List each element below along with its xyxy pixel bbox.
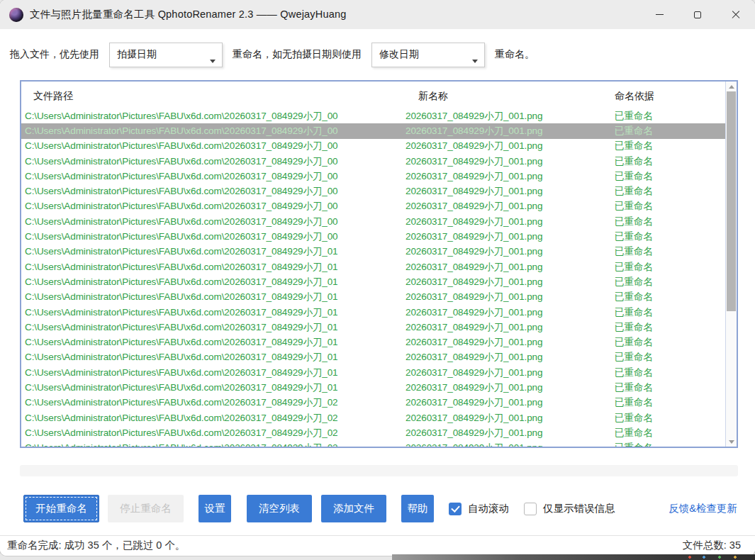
table-row[interactable]: C:\Users\Administrator\Pictures\FABU\x6d… <box>21 410 725 425</box>
help-button[interactable]: 帮助 <box>401 495 434 522</box>
cell-new-name: 20260317_084929小刀_001.png <box>406 200 615 213</box>
cell-status: 已重命名 <box>615 230 725 243</box>
table-row[interactable]: C:\Users\Administrator\Pictures\FABU\x6d… <box>21 259 725 274</box>
chevron-down-icon <box>472 60 478 63</box>
table-row[interactable]: C:\Users\Administrator\Pictures\FABU\x6d… <box>21 139 725 154</box>
primary-date-select-value: 拍摄日期 <box>117 48 157 61</box>
cell-new-name: 20260317_084929小刀_001.png <box>406 125 615 138</box>
cell-new-name: 20260317_084929小刀_001.png <box>406 381 615 394</box>
auto-scroll-label: 自动滚动 <box>468 502 509 515</box>
cell-status: 已重命名 <box>615 170 725 183</box>
cell-file-path: C:\Users\Administrator\Pictures\FABU\x6d… <box>25 155 406 168</box>
table-row[interactable]: C:\Users\Administrator\Pictures\FABU\x6d… <box>21 425 725 440</box>
auto-scroll-checkbox[interactable]: 自动滚动 <box>449 502 509 515</box>
taskbar-sliver <box>392 554 755 560</box>
cell-file-path: C:\Users\Administrator\Pictures\FABU\x6d… <box>25 276 406 289</box>
titlebar: 文件与照片批量重命名工具 QphotoRenamer 2.3 —— Qwejay… <box>0 0 755 29</box>
table-row[interactable]: C:\Users\Administrator\Pictures\FABU\x6d… <box>21 184 725 198</box>
scrollbar-down-icon[interactable] <box>726 437 737 447</box>
settings-button[interactable]: 设置 <box>198 495 231 522</box>
maximize-button[interactable] <box>678 0 717 29</box>
table-row[interactable]: C:\Users\Administrator\Pictures\FABU\x6d… <box>21 305 725 320</box>
minimize-button[interactable] <box>640 0 678 29</box>
cell-new-name: 20260317_084929小刀_001.png <box>406 276 615 289</box>
table-row[interactable]: C:\Users\Administrator\Pictures\FABU\x6d… <box>21 350 725 365</box>
cell-new-name: 20260317_084929小刀_001.png <box>406 412 615 425</box>
chevron-down-icon <box>210 60 216 63</box>
cell-status: 已重命名 <box>615 442 725 447</box>
table-row[interactable]: C:\Users\Administrator\Pictures\FABU\x6d… <box>21 441 725 447</box>
cell-file-path: C:\Users\Administrator\Pictures\FABU\x6d… <box>25 245 406 258</box>
window-title: 文件与照片批量重命名工具 QphotoRenamer 2.3 —— Qwejay… <box>30 8 347 21</box>
close-icon <box>732 11 740 19</box>
cell-status: 已重命名 <box>615 427 725 439</box>
close-button[interactable] <box>717 0 755 29</box>
cell-status: 已重命名 <box>615 336 725 349</box>
clear-list-button[interactable]: 清空列表 <box>247 495 312 522</box>
cell-status: 已重命名 <box>615 366 725 379</box>
status-bar: 重命名完成: 成功 35 个，已跳过 0 个。 文件总数: 35 <box>0 535 755 556</box>
table-row[interactable]: C:\Users\Administrator\Pictures\FABU\x6d… <box>21 154 725 169</box>
cell-status: 已重命名 <box>615 276 725 289</box>
cell-status: 已重命名 <box>615 261 725 274</box>
action-bar: 开始重命名 停止重命名 设置 清空列表 添加文件 帮助 自动滚动 仅显示错误信息… <box>23 495 741 522</box>
table-row[interactable]: C:\Users\Administrator\Pictures\FABU\x6d… <box>21 123 725 138</box>
secondary-date-select-value: 修改日期 <box>379 48 419 61</box>
cell-status: 已重命名 <box>615 306 725 319</box>
cell-new-name: 20260317_084929小刀_001.png <box>406 261 615 274</box>
table-row[interactable]: C:\Users\Administrator\Pictures\FABU\x6d… <box>21 169 725 184</box>
cell-new-name: 20260317_084929小刀_001.png <box>406 245 615 258</box>
app-icon <box>9 8 23 22</box>
table-row[interactable]: C:\Users\Administrator\Pictures\FABU\x6d… <box>21 380 725 395</box>
scrollbar-thumb[interactable] <box>727 91 736 311</box>
cell-file-path: C:\Users\Administrator\Pictures\FABU\x6d… <box>25 140 406 152</box>
cell-file-path: C:\Users\Administrator\Pictures\FABU\x6d… <box>25 427 406 439</box>
table-row[interactable]: C:\Users\Administrator\Pictures\FABU\x6d… <box>21 245 725 259</box>
table-row[interactable]: C:\Users\Administrator\Pictures\FABU\x6d… <box>21 214 725 229</box>
feedback-update-link[interactable]: 反馈&检查更新 <box>669 502 737 515</box>
column-header-basis: 命名依据 <box>615 90 654 103</box>
cell-file-path: C:\Users\Administrator\Pictures\FABU\x6d… <box>25 200 406 213</box>
cell-file-path: C:\Users\Administrator\Pictures\FABU\x6d… <box>25 306 406 319</box>
primary-date-select[interactable]: 拍摄日期 <box>109 43 223 67</box>
start-rename-button[interactable]: 开始重命名 <box>23 495 99 522</box>
toolbar: 拖入文件，优先使用 拍摄日期 重命名，如无拍摄日期则使用 修改日期 重命名。 <box>0 29 755 80</box>
window-controls <box>640 0 755 29</box>
cell-status: 已重命名 <box>615 155 725 168</box>
cell-status: 已重命名 <box>615 412 725 425</box>
cell-file-path: C:\Users\Administrator\Pictures\FABU\x6d… <box>25 412 406 425</box>
cell-file-path: C:\Users\Administrator\Pictures\FABU\x6d… <box>25 110 406 123</box>
cell-new-name: 20260317_084929小刀_001.png <box>406 140 615 152</box>
cell-status: 已重命名 <box>615 200 725 213</box>
checkbox-unchecked-icon <box>524 503 537 515</box>
cell-new-name: 20260317_084929小刀_001.png <box>406 185 615 198</box>
cell-new-name: 20260317_084929小刀_001.png <box>406 366 615 379</box>
taskbar-icons <box>686 555 749 559</box>
vertical-scrollbar[interactable] <box>725 82 737 447</box>
toolbar-label-prefix: 拖入文件，优先使用 <box>10 48 99 61</box>
table-row[interactable]: C:\Users\Administrator\Pictures\FABU\x6d… <box>21 290 725 305</box>
table-row[interactable]: C:\Users\Administrator\Pictures\FABU\x6d… <box>21 335 725 349</box>
table-row[interactable]: C:\Users\Administrator\Pictures\FABU\x6d… <box>21 274 725 289</box>
table-row[interactable]: C:\Users\Administrator\Pictures\FABU\x6d… <box>21 365 725 380</box>
table-row[interactable]: C:\Users\Administrator\Pictures\FABU\x6d… <box>21 199 725 214</box>
table-header: 文件路径 新名称 命名依据 <box>21 82 737 108</box>
column-header-newname: 新名称 <box>418 90 448 103</box>
add-files-button[interactable]: 添加文件 <box>321 495 386 522</box>
table-row[interactable]: C:\Users\Administrator\Pictures\FABU\x6d… <box>21 396 725 410</box>
errors-only-label: 仅显示错误信息 <box>543 502 615 515</box>
app-window: 文件与照片批量重命名工具 QphotoRenamer 2.3 —— Qwejay… <box>0 0 755 556</box>
cell-status: 已重命名 <box>615 185 725 198</box>
errors-only-checkbox[interactable]: 仅显示错误信息 <box>524 502 615 515</box>
cell-file-path: C:\Users\Administrator\Pictures\FABU\x6d… <box>25 261 406 274</box>
secondary-date-select[interactable]: 修改日期 <box>371 43 485 67</box>
cell-file-path: C:\Users\Administrator\Pictures\FABU\x6d… <box>25 215 406 228</box>
table-row[interactable]: C:\Users\Administrator\Pictures\FABU\x6d… <box>21 108 725 123</box>
scrollbar-up-icon[interactable] <box>726 82 737 91</box>
cell-file-path: C:\Users\Administrator\Pictures\FABU\x6d… <box>25 396 406 409</box>
cell-file-path: C:\Users\Administrator\Pictures\FABU\x6d… <box>25 442 406 447</box>
table-row[interactable]: C:\Users\Administrator\Pictures\FABU\x6d… <box>21 229 725 244</box>
cell-file-path: C:\Users\Administrator\Pictures\FABU\x6d… <box>25 351 406 364</box>
cell-status: 已重命名 <box>615 110 725 123</box>
table-row[interactable]: C:\Users\Administrator\Pictures\FABU\x6d… <box>21 320 725 335</box>
